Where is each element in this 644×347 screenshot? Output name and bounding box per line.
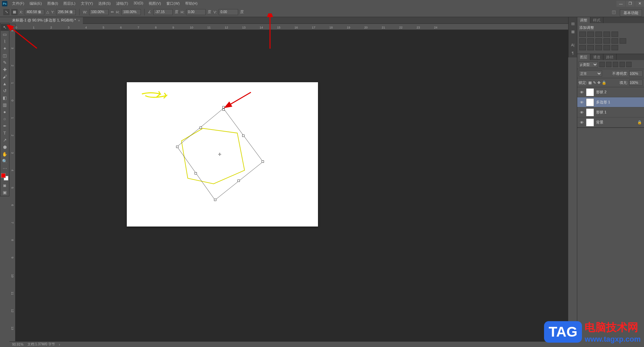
warp-mode-icon[interactable]: ◫ — [610, 9, 617, 15]
filter-adjust-icon[interactable] — [606, 62, 611, 67]
transform-tool-icon[interactable]: ⤡ — [3, 9, 9, 15]
filter-type-icon[interactable] — [613, 62, 618, 67]
adjustments-tab[interactable]: 调整 — [577, 17, 590, 23]
close-tab-icon[interactable]: × — [78, 18, 80, 22]
ruler-origin[interactable] — [9, 24, 15, 30]
lock-pixels-icon[interactable]: ✎ — [593, 81, 596, 85]
menu-6[interactable]: 滤镜(T) — [113, 0, 131, 7]
channels-tab[interactable]: 通道 — [590, 54, 603, 60]
layer-name[interactable]: 背景 — [596, 120, 603, 125]
workspace-switcher[interactable]: 基本功能 — [620, 9, 642, 16]
posterize-adjustment-icon[interactable] — [587, 45, 594, 50]
layer-filter-select[interactable]: ρ 类型 — [579, 61, 598, 67]
menu-2[interactable]: 图像(I) — [45, 0, 61, 7]
layer-thumbnail[interactable] — [586, 98, 594, 106]
eyedropper-tool[interactable]: ✎ — [1, 59, 9, 66]
type-tool[interactable]: T — [1, 130, 9, 137]
canvas[interactable]: ✛ — [127, 82, 318, 227]
horizontal-ruler[interactable]: 0123456789101112131415161718192021222324 — [15, 24, 568, 30]
path-selection-tool[interactable]: ↗ — [1, 137, 9, 144]
lock-transparency-icon[interactable]: ▦ — [588, 81, 592, 85]
menu-10[interactable]: 帮助(H) — [182, 0, 200, 7]
layer-visibility-icon[interactable]: 👁 — [579, 120, 584, 125]
edit-toolbar-icon[interactable]: ⋯ — [1, 165, 9, 172]
menu-5[interactable]: 选择(S) — [96, 0, 113, 7]
stamp-tool[interactable]: ▲ — [1, 80, 9, 87]
screen-mode-icon[interactable]: ▣ — [1, 189, 9, 196]
close-button[interactable]: ✕ — [635, 1, 644, 7]
status-arrow-icon[interactable]: › — [59, 343, 60, 346]
swatches-panel-icon[interactable]: ▦ — [569, 28, 577, 35]
layer-name[interactable]: 形状 1 — [596, 110, 606, 115]
gradient-map-adjustment-icon[interactable] — [603, 45, 610, 50]
color-balance-adjustment-icon[interactable] — [587, 38, 594, 44]
brightness-adjustment-icon[interactable] — [579, 32, 586, 37]
layer-visibility-icon[interactable]: 👁 — [579, 110, 584, 114]
color-lookup-adjustment-icon[interactable] — [620, 38, 626, 44]
menu-0[interactable]: 文件(F) — [9, 0, 27, 7]
filter-pixel-icon[interactable] — [599, 62, 605, 67]
quick-mask-icon[interactable]: ◙ — [1, 182, 9, 189]
menu-3[interactable]: 图层(L) — [61, 0, 78, 7]
layers-tab[interactable]: 图层 — [577, 54, 590, 60]
filter-shape-icon[interactable] — [620, 62, 625, 67]
lasso-tool[interactable]: ⌇ — [1, 38, 9, 45]
healing-brush-tool[interactable]: ✚ — [1, 66, 9, 73]
layer-visibility-icon[interactable]: 👁 — [579, 90, 584, 94]
canvas-viewport[interactable]: ✛ — [15, 30, 568, 341]
levels-adjustment-icon[interactable] — [587, 32, 594, 37]
zoom-level[interactable]: 90.91% — [12, 343, 23, 346]
filter-smart-icon[interactable] — [626, 62, 632, 67]
doc-size[interactable]: 文档:1.37M/0 字节 — [28, 342, 55, 347]
hskew-input[interactable] — [186, 9, 206, 15]
lock-all-icon[interactable]: 🔒 — [602, 81, 606, 85]
vertical-ruler[interactable]: 4321012345678910111213 — [9, 30, 15, 341]
foreground-color-swatch[interactable] — [1, 173, 6, 178]
lock-position-icon[interactable]: ✥ — [597, 81, 600, 85]
w-input[interactable] — [89, 9, 109, 15]
crop-tool[interactable]: ◫ — [1, 52, 9, 59]
eraser-tool[interactable]: ◧ — [1, 94, 9, 101]
gradient-tool[interactable]: ▥ — [1, 101, 9, 108]
pen-tool[interactable]: ✒ — [1, 122, 9, 130]
paths-tab[interactable]: 路径 — [603, 54, 616, 60]
y-input[interactable] — [56, 9, 76, 15]
character-panel-icon[interactable]: A| — [569, 41, 577, 49]
blend-mode-select[interactable]: 正常 — [579, 70, 602, 77]
vibrance-adjustment-icon[interactable] — [611, 32, 618, 37]
layer-row-3[interactable]: 👁 背景 🔒 — [577, 117, 644, 128]
photo-filter-adjustment-icon[interactable] — [603, 38, 610, 44]
magic-wand-tool[interactable]: ✦ — [1, 45, 9, 52]
move-tool[interactable]: ↖ — [1, 24, 9, 31]
layer-thumbnail[interactable] — [586, 118, 594, 127]
h-input[interactable] — [121, 9, 141, 15]
menu-4[interactable]: 文字(Y) — [78, 0, 96, 7]
marquee-tool[interactable]: ▭ — [1, 31, 9, 38]
brush-tool[interactable]: 🖌 — [1, 73, 9, 80]
vskew-input[interactable] — [219, 9, 238, 15]
angle-input[interactable] — [153, 9, 173, 15]
layer-visibility-icon[interactable]: 👁 — [579, 100, 584, 104]
x-input[interactable] — [25, 9, 44, 15]
styles-tab[interactable]: 样式 — [590, 17, 603, 23]
curves-adjustment-icon[interactable] — [595, 32, 602, 37]
invert-adjustment-icon[interactable] — [579, 45, 586, 50]
menu-7[interactable]: 3D(D) — [131, 0, 146, 7]
channel-mixer-adjustment-icon[interactable] — [611, 38, 618, 44]
exposure-adjustment-icon[interactable] — [603, 32, 610, 37]
history-panel-icon[interactable]: ▤ — [569, 20, 577, 27]
hand-tool[interactable]: ✋ — [1, 151, 9, 158]
menu-8[interactable]: 视图(V) — [146, 0, 164, 7]
layer-name[interactable]: 形状 2 — [596, 90, 606, 95]
fill-input[interactable] — [629, 80, 643, 86]
layer-row-0[interactable]: 👁 形状 2 — [577, 87, 644, 97]
selective-color-adjustment-icon[interactable] — [611, 45, 618, 50]
bw-adjustment-icon[interactable] — [595, 38, 602, 44]
history-brush-tool[interactable]: ↺ — [1, 87, 9, 94]
layer-thumbnail[interactable] — [586, 88, 594, 96]
maximize-button[interactable]: ❐ — [626, 1, 635, 7]
blur-tool[interactable]: ● — [1, 108, 9, 115]
layer-row-2[interactable]: 👁 形状 1 — [577, 107, 644, 117]
minimize-button[interactable]: — — [616, 1, 625, 7]
document-tab[interactable]: 未标题-1 @ 90.9% (多边形 1, RGB/8) * × — [9, 17, 83, 24]
